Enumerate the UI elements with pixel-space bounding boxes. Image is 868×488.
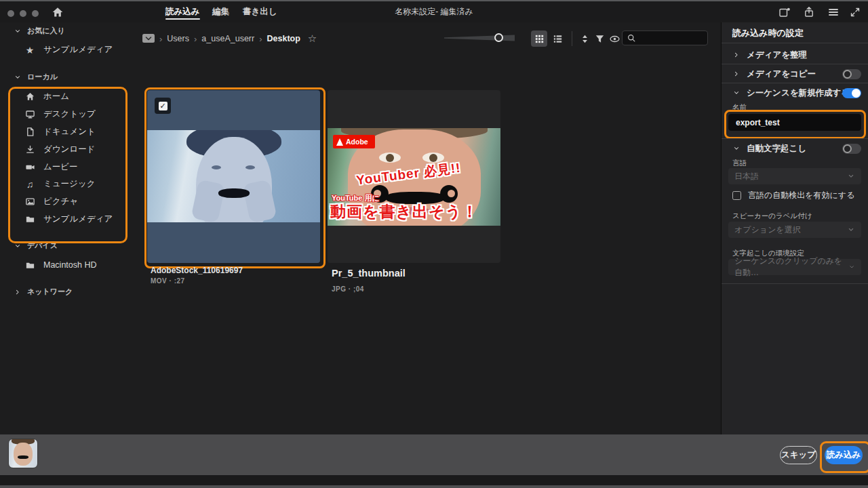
media-meta: JPG · ;04 <box>332 285 364 293</box>
share-icon[interactable] <box>803 6 815 18</box>
language-dropdown[interactable]: 日本語 <box>728 168 861 184</box>
chevron-down-icon <box>847 172 855 180</box>
sidebar-item-movies[interactable]: ムービー <box>24 161 78 173</box>
media-thumbnail-art: Adobe YouTuber 必見!! YouTube 用に 動画を書き出そう！ <box>328 128 500 226</box>
fullscreen-icon[interactable] <box>849 6 861 18</box>
toolbar-divider <box>572 31 572 46</box>
picture-icon <box>24 197 35 207</box>
sort-button[interactable] <box>576 30 593 47</box>
home-icon <box>24 92 35 102</box>
thumbnail-zoom-slider[interactable] <box>444 34 515 42</box>
window-bottom-edge <box>0 475 868 485</box>
speaker-labeling-dropdown[interactable]: オプションを選択 <box>728 222 861 238</box>
workspace-icon[interactable] <box>778 6 791 18</box>
speaker-labeling-label: スピーカーのラベル付け <box>732 211 812 221</box>
drive-icon[interactable] <box>142 34 155 43</box>
media-thumbnail-art <box>147 130 320 222</box>
monitor-icon <box>24 109 35 120</box>
section-auto-transcribe[interactable]: 自動文字起こし <box>732 139 860 158</box>
section-organize-media[interactable]: メディアを整理 <box>732 45 860 64</box>
new-sequence-toggle[interactable] <box>842 88 861 98</box>
desktop-edge <box>0 485 868 488</box>
media-meta: MOV · :27 <box>151 277 185 285</box>
sidebar-item-pictures[interactable]: ピクチャ <box>24 196 78 207</box>
movie-icon <box>24 162 35 173</box>
sidebar-section-favorites[interactable]: お気に入り <box>14 26 65 36</box>
skip-button[interactable]: スキップ <box>780 446 817 464</box>
document-icon <box>24 127 35 138</box>
copy-media-toggle[interactable] <box>842 69 861 79</box>
sidebar-item-downloads[interactable]: ダウンロード <box>24 144 95 155</box>
breadcrumb-user[interactable]: a_useA_userr <box>201 34 254 43</box>
checkbox-unchecked-icon <box>732 191 741 200</box>
footer-bar: スキップ 読み込み <box>0 434 868 475</box>
folder-icon <box>24 214 35 225</box>
section-new-sequence[interactable]: シーケンスを新規作成する <box>732 83 860 102</box>
chevron-down-icon <box>848 263 855 271</box>
sidebar-item-desktop[interactable]: デスクトップ <box>24 108 96 120</box>
breadcrumb: › Users › a_useA_userr › Desktop ☆ <box>142 30 317 47</box>
sidebar-item-sample-media-fav[interactable]: ★ サンプルメディア <box>24 44 113 56</box>
auto-detect-language-checkbox[interactable]: 言語の自動検出を有効にする <box>732 190 854 201</box>
window-title: 名称未設定- 編集済み <box>0 1 868 22</box>
sidebar-item-home[interactable]: ホーム <box>24 91 69 102</box>
preview-eye-button[interactable] <box>606 30 623 47</box>
star-icon: ★ <box>24 45 35 56</box>
filter-button[interactable] <box>591 30 608 47</box>
music-icon: ♫ <box>24 179 35 190</box>
search-box[interactable] <box>622 30 708 45</box>
selected-media-preview <box>8 439 38 468</box>
sidebar-item-sample-media[interactable]: サンプルメディア <box>24 214 113 225</box>
transcription-pref-dropdown[interactable]: シーケンスのクリップのみを自動… <box>728 259 861 275</box>
title-bar: 読み込み 編集 書き出し 名称未設定- 編集済み <box>0 1 868 23</box>
sequence-name-input[interactable] <box>729 115 861 130</box>
sidebar-section-devices[interactable]: デバイス <box>14 241 58 251</box>
media-name: AdobeStock_110619697 <box>151 266 243 275</box>
search-icon <box>627 33 637 43</box>
favorite-star-icon[interactable]: ☆ <box>308 33 317 45</box>
menu-icon[interactable] <box>827 6 840 18</box>
sidebar-item-music[interactable]: ♫ ミュージック <box>24 178 95 190</box>
section-copy-media[interactable]: メディアをコピー <box>732 64 860 83</box>
sidebar: お気に入り ★ サンプルメディア ローカル ホーム デスクトップ ドキュメント … <box>0 22 142 434</box>
chevron-down-icon <box>847 226 855 234</box>
sequence-name-field[interactable] <box>728 114 861 131</box>
grid-view-button[interactable] <box>531 30 547 47</box>
checkbox-checked-icon: ✓ <box>159 102 167 110</box>
media-name: Pr_5_thumbnail <box>332 268 406 279</box>
slider-knob[interactable] <box>494 33 503 42</box>
folder-icon <box>24 260 35 270</box>
breadcrumb-users[interactable]: Users <box>167 34 189 43</box>
import-button[interactable]: 読み込み <box>825 446 863 464</box>
sidebar-section-network[interactable]: ネットワーク <box>14 287 73 297</box>
language-label: 言語 <box>732 159 747 168</box>
sidebar-item-macintosh-hd[interactable]: Macintosh HD <box>24 260 97 270</box>
sidebar-item-documents[interactable]: ドキュメント <box>24 126 96 138</box>
breadcrumb-desktop[interactable]: Desktop <box>267 34 300 43</box>
content-area: お気に入り ★ サンプルメディア ローカル ホーム デスクトップ ドキュメント … <box>0 22 721 434</box>
selection-checkbox[interactable]: ✓ <box>155 98 171 114</box>
search-input[interactable] <box>639 33 703 43</box>
import-settings-panel: 読み込み時の設定 メディアを整理 メディアをコピー シーケンスを新規作成する 名… <box>721 22 868 434</box>
panel-title: 読み込み時の設定 <box>732 27 804 39</box>
download-icon <box>24 144 35 155</box>
thumbnail-text-overlay: 動画を書き出そう！ <box>330 201 478 222</box>
list-view-button[interactable] <box>549 30 566 47</box>
sidebar-section-local[interactable]: ローカル <box>14 72 58 82</box>
name-label: 名前 <box>732 103 747 113</box>
media-card-adobestock[interactable]: ✓ <box>147 90 320 263</box>
media-card-pr-thumbnail[interactable]: Adobe YouTuber 必見!! YouTube 用に 動画を書き出そう！ <box>328 90 500 263</box>
adobe-logo: Adobe <box>333 135 375 148</box>
auto-transcribe-toggle[interactable] <box>842 144 861 154</box>
